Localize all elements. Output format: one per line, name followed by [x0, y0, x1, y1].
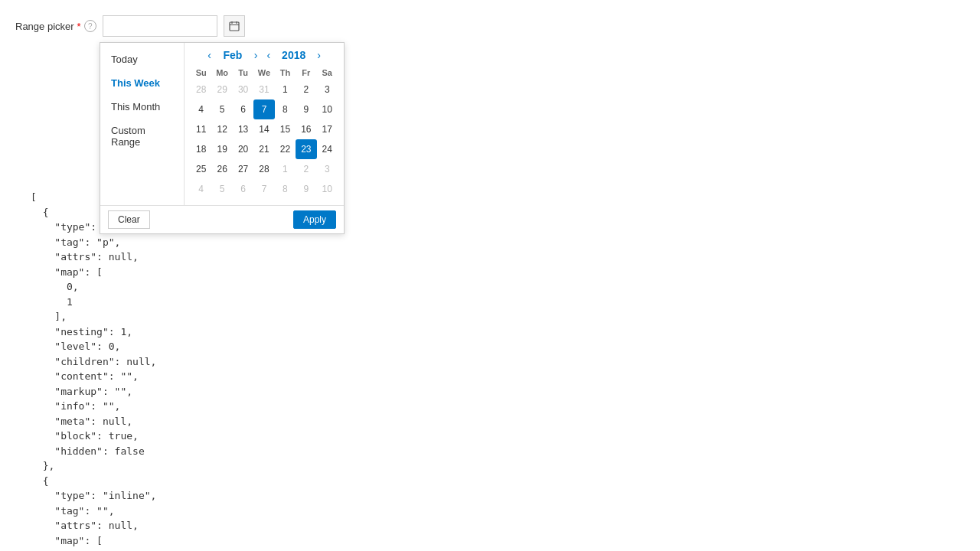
col-header-we: We	[253, 66, 274, 80]
calendar-day[interactable]: 15	[275, 119, 296, 139]
calendar-area: ‹ Feb › ‹ 2018 › Su Mo Tu We Th	[185, 43, 344, 205]
calendar-day[interactable]: 8	[275, 99, 296, 119]
required-star: *	[77, 21, 81, 32]
calendar-day[interactable]: 20	[233, 139, 253, 159]
help-icon[interactable]: ?	[84, 20, 96, 32]
calendar-day[interactable]: 8	[275, 179, 296, 199]
quick-options-panel: Today This Week This Month Custom Range	[100, 43, 185, 205]
page-wrapper: Range picker * ? Today This Week This Mo…	[0, 0, 980, 551]
prev-year-button[interactable]: ‹	[264, 50, 274, 60]
calendar-header: ‹ Feb › ‹ 2018 ›	[191, 49, 338, 61]
calendar-day[interactable]: 25	[191, 159, 211, 179]
calendar-day[interactable]: 12	[211, 119, 232, 139]
svg-rect-0	[230, 22, 239, 31]
calendar-day[interactable]: 3	[317, 80, 338, 99]
col-header-su: Su	[191, 66, 211, 80]
quick-option-this-month[interactable]: This Month	[100, 95, 184, 119]
month-label: Feb	[217, 49, 248, 61]
calendar-day[interactable]: 14	[253, 119, 274, 139]
col-header-sa: Sa	[317, 66, 338, 80]
calendar-day[interactable]: 9	[296, 99, 316, 119]
next-month-button[interactable]: ›	[251, 50, 261, 60]
range-input[interactable]	[103, 15, 217, 37]
range-picker-row: Range picker * ?	[15, 15, 965, 37]
range-picker-label: Range picker * ?	[15, 20, 96, 32]
calendar-day[interactable]: 26	[211, 159, 232, 179]
calendar-day[interactable]: 16	[296, 119, 316, 139]
calendar-day[interactable]: 28	[191, 80, 211, 99]
calendar-day[interactable]: 2	[296, 159, 316, 179]
calendar-grid: Su Mo Tu We Th Fr Sa 2829303112345678910…	[191, 66, 338, 199]
calendar-day[interactable]: 5	[211, 99, 232, 119]
calendar-day[interactable]: 10	[317, 179, 338, 199]
calendar-day[interactable]: 9	[296, 179, 316, 199]
prev-month-button[interactable]: ‹	[204, 50, 214, 60]
calendar-day[interactable]: 10	[317, 99, 338, 119]
year-label: 2018	[276, 49, 311, 61]
calendar-day[interactable]: 31	[253, 80, 274, 99]
calendar-day[interactable]: 1	[275, 159, 296, 179]
calendar-day[interactable]: 18	[191, 139, 211, 159]
calendar-day[interactable]: 24	[317, 139, 338, 159]
clear-button[interactable]: Clear	[108, 210, 150, 229]
calendar-day[interactable]: 21	[253, 139, 274, 159]
picker-bottom: Clear Apply	[100, 205, 344, 233]
calendar-day[interactable]: 6	[233, 179, 253, 199]
calendar-day[interactable]: 17	[317, 119, 338, 139]
calendar-day[interactable]: 30	[233, 80, 253, 99]
calendar-day[interactable]: 22	[275, 139, 296, 159]
calendar-day[interactable]: 11	[191, 119, 211, 139]
calendar-day[interactable]: 6	[233, 99, 253, 119]
picker-top: Today This Week This Month Custom Range …	[100, 43, 344, 205]
calendar-day[interactable]: 4	[191, 179, 211, 199]
col-header-mo: Mo	[211, 66, 232, 80]
calendar-day[interactable]: 19	[211, 139, 232, 159]
calendar-icon	[229, 21, 240, 31]
calendar-day[interactable]: 7	[253, 99, 274, 119]
calendar-day[interactable]: 28	[253, 159, 274, 179]
calendar-day[interactable]: 4	[191, 99, 211, 119]
calendar-day[interactable]: 5	[211, 179, 232, 199]
apply-button[interactable]: Apply	[293, 210, 336, 229]
col-header-tu: Tu	[233, 66, 253, 80]
label-text: Range picker	[15, 21, 74, 32]
quick-option-custom-range[interactable]: Custom Range	[100, 119, 184, 154]
calendar-day[interactable]: 13	[233, 119, 253, 139]
calendar-day[interactable]: 2	[296, 80, 316, 99]
calendar-day[interactable]: 29	[211, 80, 232, 99]
calendar-day[interactable]: 7	[253, 179, 274, 199]
quick-option-this-week[interactable]: This Week	[100, 71, 184, 95]
quick-option-today[interactable]: Today	[100, 47, 184, 71]
code-area: [ { "type": "paragraph_open", "tag": "p"…	[15, 190, 965, 551]
calendar-day[interactable]: 3	[317, 159, 338, 179]
calendar-day[interactable]: 1	[275, 80, 296, 99]
calendar-icon-button[interactable]	[224, 15, 245, 37]
calendar-day[interactable]: 27	[233, 159, 253, 179]
col-header-th: Th	[275, 66, 296, 80]
next-year-button[interactable]: ›	[314, 50, 324, 60]
col-header-fr: Fr	[296, 66, 316, 80]
picker-dropdown: Today This Week This Month Custom Range …	[100, 42, 345, 234]
calendar-day[interactable]: 23	[296, 139, 316, 159]
